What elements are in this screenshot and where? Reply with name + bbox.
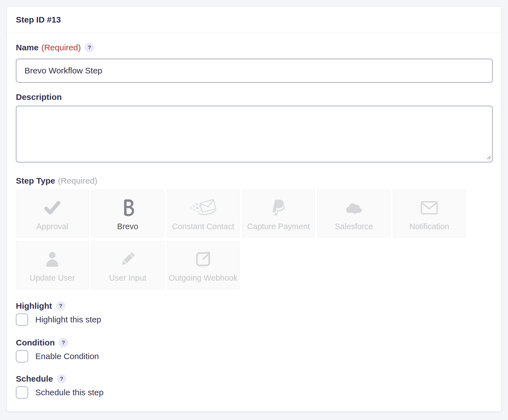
step-type-label: Step Type (16, 176, 55, 186)
name-label-row: Name (Required) ? (16, 42, 492, 53)
name-input[interactable] (16, 59, 493, 83)
pencil-icon (120, 248, 136, 271)
constant-contact-logo-icon (189, 196, 217, 219)
schedule-help-icon[interactable]: ? (57, 374, 66, 384)
card-body: Name (Required) ? Description Step Type … (7, 42, 501, 399)
schedule-check-row: Schedule this step (16, 386, 492, 399)
step-type-required-note: (Required) (58, 176, 97, 186)
highlight-check-row: Highlight this step (16, 313, 492, 326)
step-type-option-update-user[interactable]: Update User (16, 241, 89, 289)
name-help-icon[interactable]: ? (85, 43, 94, 52)
tile-label: Capture Payment (247, 222, 310, 231)
tile-label: Approval (36, 222, 68, 231)
description-textarea-wrap (16, 106, 493, 162)
envelope-icon (421, 196, 438, 219)
step-type-option-notification[interactable]: Notification (393, 190, 466, 238)
schedule-label: Schedule (16, 374, 53, 384)
step-type-option-approval[interactable]: Approval (16, 190, 89, 238)
highlight-label-row: Highlight ? (16, 301, 492, 311)
schedule-checkbox-label: Schedule this step (35, 388, 103, 397)
paypal-icon (272, 196, 285, 219)
tile-label: Brevo (117, 222, 138, 231)
tile-label: Salesforce (335, 222, 373, 231)
step-type-option-brevo[interactable]: Brevo (91, 190, 164, 238)
step-type-label-row: Step Type (Required) (16, 176, 492, 186)
name-required-note: (Required) (41, 42, 81, 53)
condition-check-row: Enable Condition (16, 350, 492, 362)
tile-label: Notification (409, 222, 449, 231)
condition-checkbox[interactable] (16, 350, 28, 362)
highlight-label: Highlight (16, 301, 52, 311)
name-label: Name (16, 42, 39, 53)
resize-handle-icon[interactable] (486, 155, 491, 161)
salesforce-cloud-icon (344, 196, 364, 219)
condition-label: Condition (16, 337, 55, 348)
tile-label: Update User (30, 273, 75, 283)
highlight-help-icon[interactable]: ? (56, 301, 65, 311)
external-link-icon (195, 248, 211, 271)
tile-label: User Input (109, 273, 146, 283)
step-type-option-constant-contact[interactable]: Constant Contact (167, 190, 240, 238)
tile-label: Outgoing Webhook (169, 273, 238, 283)
condition-label-row: Condition ? (16, 337, 492, 348)
description-textarea[interactable] (16, 106, 493, 162)
card-header: Step ID #13 (7, 7, 501, 33)
condition-help-icon[interactable]: ? (59, 338, 68, 347)
step-editor-card: Step ID #13 Name (Required) ? Descriptio… (6, 6, 502, 412)
check-icon (44, 196, 61, 219)
step-type-option-user-input[interactable]: User Input (91, 241, 164, 289)
user-icon (44, 248, 60, 271)
brevo-logo-icon (121, 196, 134, 219)
step-type-option-salesforce[interactable]: Salesforce (317, 190, 390, 238)
schedule-label-row: Schedule ? (16, 374, 492, 384)
step-type-option-capture-payment[interactable]: Capture Payment (242, 190, 315, 238)
description-label: Description (16, 92, 62, 102)
highlight-checkbox[interactable] (16, 313, 28, 326)
tile-label: Constant Contact (172, 222, 234, 231)
step-type-option-outgoing-webhook[interactable]: Outgoing Webhook (167, 241, 240, 289)
highlight-checkbox-label: Highlight this step (35, 315, 101, 324)
step-type-options: Approval Brevo (16, 190, 493, 289)
condition-checkbox-label: Enable Condition (35, 352, 99, 361)
page-title: Step ID #13 (16, 15, 61, 24)
description-label-row: Description (16, 92, 492, 102)
schedule-checkbox[interactable] (16, 386, 28, 399)
